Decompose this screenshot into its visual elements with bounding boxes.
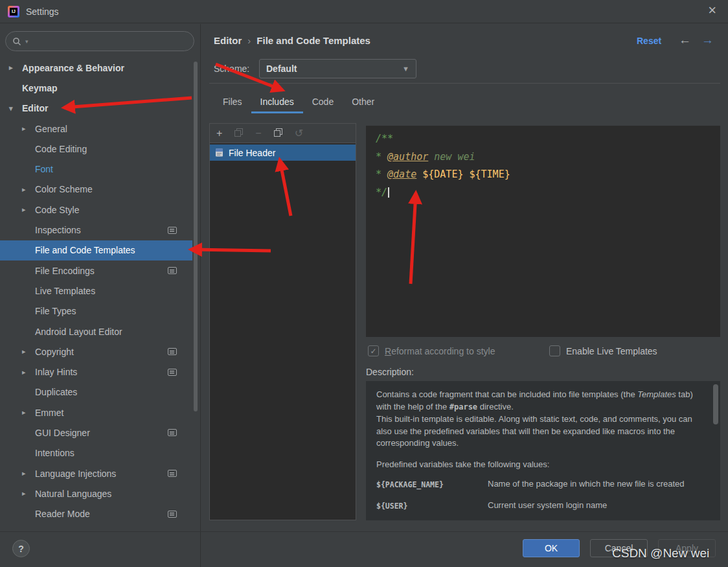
sidebar-item-label: Appearance & Behavior <box>22 63 124 73</box>
editor-config-icon <box>168 470 177 477</box>
sidebar-item-label: Inspections <box>35 225 81 235</box>
sidebar-item-android-layout-editor[interactable]: Android Layout Editor <box>0 321 192 341</box>
ok-button[interactable]: OK <box>523 539 580 557</box>
close-icon[interactable]: × <box>708 2 716 19</box>
sidebar-item-language-injections[interactable]: ▸Language Injections <box>0 463 192 483</box>
description-text: directive. <box>477 402 514 411</box>
list-item-label: File Header <box>229 148 275 158</box>
variable-row: ${USER}Current user system login name <box>376 500 710 512</box>
code-line: * @date ${DATE} ${TIME} <box>376 166 711 184</box>
sidebar-item-label: Reader Mode <box>35 509 90 519</box>
chevron-right-icon[interactable]: ▸ <box>22 185 35 194</box>
chevron-right-icon[interactable]: ▸ <box>22 124 35 133</box>
sidebar-item-natural-languages[interactable]: ▸Natural Languages <box>0 483 192 503</box>
settings-tree: ▸Appearance & BehaviorKeymap▾Editor▸Gene… <box>0 58 192 524</box>
template-tabs: FilesIncludesCodeOther <box>214 92 383 113</box>
sidebar-item-intentions[interactable]: Intentions <box>0 443 192 463</box>
chevron-down-icon[interactable]: ▾ <box>9 104 22 113</box>
header-divider <box>209 83 720 84</box>
sidebar-item-label: Code Editing <box>35 144 87 154</box>
search-input[interactable]: ▾ <box>5 31 194 51</box>
sidebar-item-label: General <box>35 124 67 134</box>
copy-glyph <box>234 128 243 137</box>
chevron-right-icon[interactable]: ▸ <box>9 64 22 72</box>
sidebar-item-inlay-hints[interactable]: ▸Inlay Hints <box>0 362 192 382</box>
variable-row: ${PACKAGE_NAME}Name of the package in wh… <box>376 478 710 491</box>
live-templates-checkbox[interactable] <box>549 345 560 356</box>
sidebar-item-duplicates[interactable]: Duplicates <box>0 382 192 402</box>
sidebar-item-label: Duplicates <box>35 387 77 397</box>
description-panel: Contains a code fragment that can be inc… <box>366 381 720 520</box>
sidebar-item-copyright[interactable]: ▸Copyright <box>0 341 192 362</box>
description-text: This built-in template is editable. Alon… <box>376 414 692 448</box>
help-button[interactable]: ? <box>12 540 30 557</box>
live-templates-option: Enable Live Templates <box>549 345 657 356</box>
code-token: ${DATE} ${TIME} <box>422 168 510 180</box>
template-code-editor[interactable]: /*** @author new wei* @date ${DATE} ${TI… <box>366 126 720 337</box>
footer-divider <box>0 531 728 532</box>
code-token <box>428 151 434 163</box>
tab-files[interactable]: Files <box>214 92 251 113</box>
scheme-dropdown[interactable]: Default ▼ <box>259 59 416 78</box>
code-line: * @author new wei <box>376 148 711 167</box>
sidebar-item-keymap[interactable]: Keymap <box>0 78 192 98</box>
description-paragraph: Predefined variables take the following … <box>376 459 710 471</box>
back-arrow-icon[interactable]: ← <box>679 33 691 47</box>
reformat-checkbox[interactable]: ✓ <box>368 345 379 356</box>
sidebar-item-code-editing[interactable]: Code Editing <box>0 139 192 159</box>
sidebar-item-file-encodings[interactable]: File Encodings <box>0 260 192 281</box>
search-icon <box>12 37 21 46</box>
copy-icon <box>234 128 243 139</box>
sidebar-item-label: Natural Languages <box>35 489 111 499</box>
description-scrollbar[interactable] <box>713 384 718 424</box>
code-token: */ <box>376 187 387 198</box>
tab-includes[interactable]: Includes <box>251 92 303 113</box>
forward-arrow-icon[interactable]: → <box>701 33 714 47</box>
sidebar-item-label: Copyright <box>35 347 74 357</box>
file-header-icon <box>214 148 224 157</box>
sidebar-scrollbar[interactable] <box>194 62 198 411</box>
variable-description: Current user system login name <box>488 500 607 512</box>
sidebar-item-label: Keymap <box>22 83 57 93</box>
tab-other[interactable]: Other <box>343 92 383 113</box>
sidebar-item-file-and-code-templates[interactable]: File and Code Templates <box>0 240 192 260</box>
breadcrumb-current: File and Code Templates <box>256 35 370 46</box>
sidebar-item-file-types[interactable]: File Types <box>0 301 192 321</box>
reformat-checkbox-label: Reformat according to style <box>385 346 495 356</box>
intellij-logo-icon: IJ <box>8 6 19 17</box>
sidebar-item-emmet[interactable]: ▸Emmet <box>0 402 192 422</box>
reformat-option: ✓ Reformat according to style <box>368 345 495 356</box>
breadcrumb-separator: › <box>247 35 251 46</box>
sidebar-item-gui-designer[interactable]: GUI Designer <box>0 422 192 443</box>
sidebar-item-live-templates[interactable]: Live Templates <box>0 281 192 301</box>
chevron-right-icon[interactable]: ▸ <box>22 347 35 356</box>
editor-config-icon <box>168 511 177 518</box>
sidebar-item-label: File and Code Templates <box>35 245 135 255</box>
list-item-file-header[interactable]: File Header <box>210 145 356 161</box>
search-history-chevron-icon[interactable]: ▾ <box>25 38 28 45</box>
duplicate-icon[interactable] <box>274 128 282 139</box>
sidebar-item-code-style[interactable]: ▸Code Style <box>0 200 192 220</box>
sidebar-item-reader-mode[interactable]: Reader Mode <box>0 504 192 524</box>
breadcrumb-parent[interactable]: Editor <box>214 35 242 46</box>
tab-code[interactable]: Code <box>303 92 343 113</box>
sidebar-item-appearance-behavior[interactable]: ▸Appearance & Behavior <box>0 58 192 78</box>
chevron-right-icon[interactable]: ▸ <box>22 489 35 498</box>
scheme-label: Scheme: <box>214 64 249 74</box>
chevron-right-icon[interactable]: ▸ <box>22 368 35 376</box>
sidebar-item-label: Live Templates <box>35 286 95 296</box>
reset-link[interactable]: Reset <box>637 36 661 46</box>
chevron-right-icon[interactable]: ▸ <box>22 469 35 478</box>
description-text: Templates <box>637 389 676 399</box>
chevron-down-icon: ▼ <box>402 65 409 73</box>
text-caret <box>388 187 389 198</box>
sidebar-item-editor[interactable]: ▾Editor <box>0 98 192 119</box>
sidebar-item-color-scheme[interactable]: ▸Color Scheme <box>0 179 192 200</box>
sidebar-item-inspections[interactable]: Inspections <box>0 220 192 240</box>
chevron-right-icon[interactable]: ▸ <box>22 205 35 214</box>
sidebar-item-general[interactable]: ▸General <box>0 119 192 139</box>
sidebar-item-font[interactable]: Font <box>0 159 192 179</box>
add-icon[interactable]: + <box>216 128 222 139</box>
chevron-right-icon[interactable]: ▸ <box>22 408 35 417</box>
code-token: new wei <box>434 151 475 163</box>
